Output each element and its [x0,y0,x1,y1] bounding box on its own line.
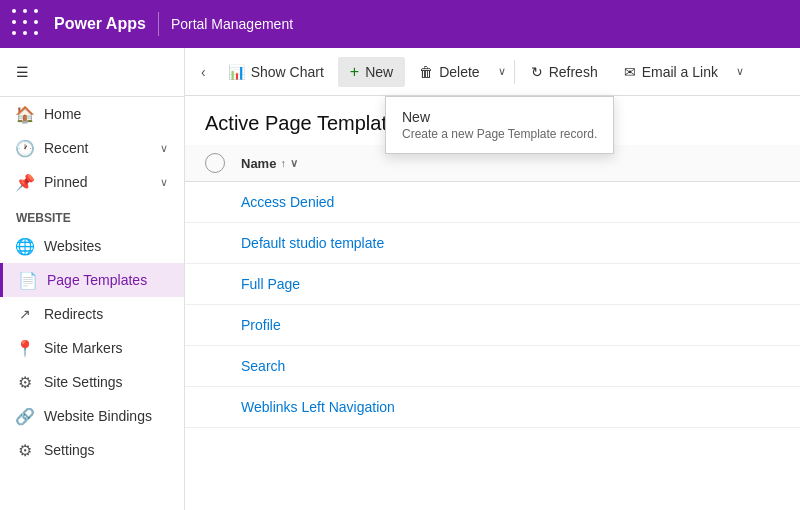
row-link-3[interactable]: Full Page [241,276,300,292]
sidebar-menu-button[interactable]: ☰ [0,56,184,88]
select-all-checkbox[interactable] [205,153,225,173]
chart-icon: 📊 [228,64,245,80]
site-markers-icon: 📍 [16,339,34,357]
pinned-chevron: ∨ [160,176,168,189]
refresh-button[interactable]: ↻ Refresh [519,58,610,86]
row-checkbox-6[interactable] [205,397,225,417]
sort-dropdown-icon[interactable]: ∨ [290,157,298,170]
email-link-button[interactable]: ✉ Email a Link [612,58,730,86]
app-title: Power Apps [54,15,146,33]
top-bar-divider [158,12,159,36]
recent-chevron: ∨ [160,142,168,155]
sidebar: ☰ 🏠 Home 🕐 Recent ∨ 📌 Pinned ∨ Website 🌐… [0,48,185,510]
sidebar-item-site-markers[interactable]: 📍 Site Markers [0,331,184,365]
refresh-icon: ↻ [531,64,543,80]
sidebar-item-settings[interactable]: ⚙ Settings [0,433,184,467]
hamburger-icon: ☰ [16,64,29,80]
row-link-4[interactable]: Profile [241,317,281,333]
row-checkbox-2[interactable] [205,233,225,253]
content-area: ‹ 📊 Show Chart + New 🗑 Delete ∨ ↻ Refres… [185,48,800,510]
new-button[interactable]: + New [338,57,405,87]
popup-new-description: Create a new Page Template record. [402,127,597,141]
row-link-6[interactable]: Weblinks Left Navigation [241,399,395,415]
sidebar-item-page-templates[interactable]: 📄 Page Templates [0,263,184,297]
delete-icon: 🗑 [419,64,433,80]
new-dropdown-popup: New Create a new Page Template record. [385,96,614,154]
sidebar-item-redirects[interactable]: ↗ Redirects [0,297,184,331]
sidebar-redirects-label: Redirects [44,306,103,322]
delete-dropdown-button[interactable]: ∨ [494,59,510,84]
site-settings-icon: ⚙ [16,373,34,391]
sidebar-websites-label: Websites [44,238,101,254]
portal-subtitle: Portal Management [171,16,293,32]
sidebar-page-templates-label: Page Templates [47,272,147,288]
pinned-icon: 📌 [16,173,34,191]
sidebar-item-site-settings[interactable]: ⚙ Site Settings [0,365,184,399]
sidebar-item-website-bindings[interactable]: 🔗 Website Bindings [0,399,184,433]
table-row[interactable]: Profile [185,305,800,346]
sidebar-section-website: Website [0,199,184,229]
row-checkbox-4[interactable] [205,315,225,335]
recent-icon: 🕐 [16,139,34,157]
row-checkbox-5[interactable] [205,356,225,376]
sidebar-settings-label: Settings [44,442,95,458]
email-icon: ✉ [624,64,636,80]
sort-ascending-icon: ↑ [280,157,286,169]
sidebar-item-pinned[interactable]: 📌 Pinned ∨ [0,165,184,199]
websites-icon: 🌐 [16,237,34,255]
row-link-2[interactable]: Default studio template [241,235,384,251]
toolbar-divider-1 [514,60,515,84]
back-button[interactable]: ‹ [193,58,214,86]
table-row[interactable]: Access Denied [185,182,800,223]
show-chart-button[interactable]: 📊 Show Chart [216,58,336,86]
website-bindings-icon: 🔗 [16,407,34,425]
home-icon: 🏠 [16,105,34,123]
sidebar-site-settings-label: Site Settings [44,374,123,390]
settings-icon: ⚙ [16,441,34,459]
table-row[interactable]: Default studio template [185,223,800,264]
top-bar: Power Apps Portal Management [0,0,800,48]
sidebar-site-markers-label: Site Markers [44,340,123,356]
sidebar-pinned-label: Pinned [44,174,88,190]
sidebar-top: ☰ [0,48,184,97]
sidebar-website-bindings-label: Website Bindings [44,408,152,424]
sidebar-item-home[interactable]: 🏠 Home [0,97,184,131]
row-checkbox-1[interactable] [205,192,225,212]
popup-new-item[interactable]: New Create a new Page Template record. [386,101,613,149]
page-templates-icon: 📄 [19,271,37,289]
row-link-1[interactable]: Access Denied [241,194,334,210]
sidebar-home-label: Home [44,106,81,122]
name-column-header[interactable]: Name ↑ ∨ [241,156,298,171]
more-actions-button[interactable]: ∨ [732,59,748,84]
toolbar: ‹ 📊 Show Chart + New 🗑 Delete ∨ ↻ Refres… [185,48,800,96]
app-grid-icon[interactable] [12,9,42,39]
row-checkbox-3[interactable] [205,274,225,294]
main-layout: ☰ 🏠 Home 🕐 Recent ∨ 📌 Pinned ∨ Website 🌐… [0,48,800,510]
plus-icon: + [350,63,359,81]
table-row[interactable]: Full Page [185,264,800,305]
sidebar-item-recent[interactable]: 🕐 Recent ∨ [0,131,184,165]
sidebar-recent-label: Recent [44,140,88,156]
row-link-5[interactable]: Search [241,358,285,374]
popup-new-title: New [402,109,597,125]
table-row[interactable]: Weblinks Left Navigation [185,387,800,428]
redirects-icon: ↗ [16,305,34,323]
table-row[interactable]: Search [185,346,800,387]
sidebar-item-websites[interactable]: 🌐 Websites [0,229,184,263]
delete-button[interactable]: 🗑 Delete [407,58,491,86]
